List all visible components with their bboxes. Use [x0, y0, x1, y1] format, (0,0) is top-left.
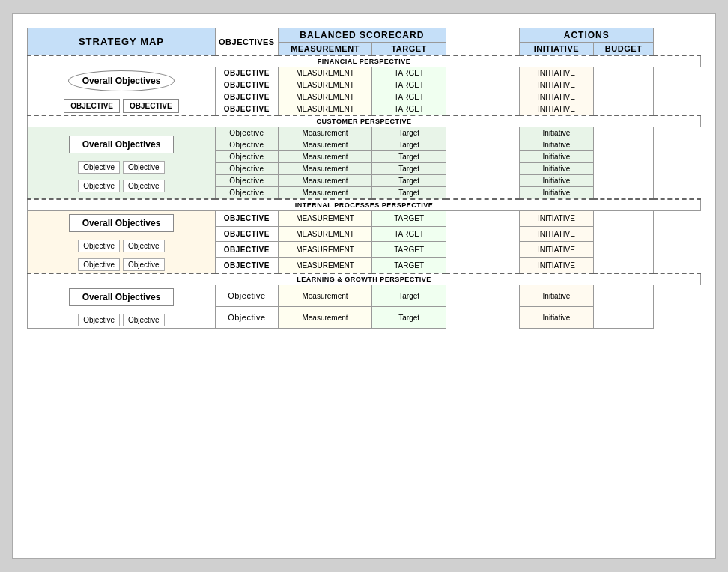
customer-meas-3: Measurement	[278, 151, 372, 163]
internal-box-row-1: Objective Objective	[78, 240, 164, 252]
financial-init-2: INITIATIVE	[520, 79, 594, 91]
customer-box-row-2: Objective Objective	[78, 180, 164, 192]
learning-obj-box-2: Objective	[123, 314, 165, 326]
page-container: STRATEGY MAP OBJECTIVES BALANCED SCORECA…	[12, 13, 716, 559]
internal-meas-4: MEASUREMENT	[278, 258, 372, 273]
internal-obj-2: OBJECTIVE	[216, 226, 279, 242]
customer-init-6: Initiative	[520, 187, 594, 200]
customer-obj-box-1: Objective	[78, 161, 120, 174]
customer-init-5: Initiative	[520, 175, 594, 187]
customer-row-1: Overall Objectives Objective Objective O…	[28, 127, 701, 139]
spacer-c1	[446, 127, 519, 139]
initiative-header: INITIATIVE	[520, 43, 594, 56]
financial-meas-3: MEASUREMENT	[278, 91, 372, 103]
customer-obj-1: Objective	[216, 127, 279, 139]
internal-init-4: INITIATIVE	[520, 258, 594, 273]
spacer-c2	[654, 127, 701, 139]
internal-row-1: Overall Objectives Objective Objective O…	[28, 211, 701, 227]
customer-obj-6: Objective	[216, 187, 279, 200]
customer-obj-box-4: Objective	[123, 180, 165, 192]
internal-label: INTERNAL PROCESSES PERSPECTIVE	[28, 199, 701, 211]
spacer-c8	[654, 163, 701, 175]
spacer-i5	[446, 242, 519, 258]
spacer-c6	[654, 151, 701, 163]
spacer-2	[654, 28, 701, 43]
spacer-i3	[446, 226, 519, 242]
internal-obj-box-2: Objective	[123, 240, 165, 252]
spacer-l2	[654, 285, 701, 307]
spacer-i4	[654, 226, 701, 242]
customer-init-2: Initiative	[520, 139, 594, 151]
financial-obj-box-1: OBJECTIVE	[64, 99, 120, 113]
customer-obj-3: Objective	[216, 151, 279, 163]
internal-target-1: TARGET	[372, 211, 446, 227]
customer-budget	[593, 127, 654, 200]
internal-target-3: TARGET	[372, 242, 446, 258]
internal-strategy-cell: Overall Objectives Objective Objective O…	[28, 211, 216, 274]
financial-meas-2: MEASUREMENT	[278, 79, 372, 91]
financial-target-4: TARGET	[372, 103, 446, 116]
financial-target-3: TARGET	[372, 91, 446, 103]
customer-init-3: Initiative	[520, 151, 594, 163]
financial-init-3: INITIATIVE	[520, 91, 594, 103]
customer-meas-5: Measurement	[278, 175, 372, 187]
learning-target-1: Target	[372, 285, 446, 307]
customer-obj-5: Objective	[216, 175, 279, 187]
internal-meas-2: MEASUREMENT	[278, 226, 372, 242]
customer-target-5: Target	[372, 175, 446, 187]
learning-init-1: Initiative	[520, 285, 594, 307]
financial-box-row: OBJECTIVE OBJECTIVE	[64, 99, 178, 113]
spacer-f2	[654, 67, 701, 79]
learning-section-label-row: LEARNING & GROWTH PERSPECTIVE	[28, 273, 701, 285]
spacer-c11	[446, 187, 519, 200]
bsc-header: BALANCED SCORECARD	[278, 28, 446, 43]
budget-header: BUDGET	[593, 43, 654, 56]
financial-oval: Overall Objectives	[68, 70, 175, 91]
spacer-i7	[446, 258, 519, 273]
spacer-c4	[654, 139, 701, 151]
customer-obj-2: Objective	[216, 139, 279, 151]
spacer-c5	[446, 151, 519, 163]
internal-target-2: TARGET	[372, 226, 446, 242]
spacer-c7	[446, 163, 519, 175]
internal-obj-box-4: Objective	[123, 258, 165, 271]
internal-obj-3: OBJECTIVE	[216, 242, 279, 258]
internal-init-1: INITIATIVE	[520, 211, 594, 227]
financial-obj-4: OBJECTIVE	[216, 103, 279, 116]
customer-box-row-1: Objective Objective	[78, 161, 164, 174]
spacer-3	[446, 43, 519, 56]
financial-section-label-row: FINANCIAL PERSPECTIVE	[28, 55, 701, 67]
spacer-f7	[446, 103, 519, 116]
learning-row-1: Overall Objectives Objective Objective O…	[28, 285, 701, 307]
financial-meas-4: MEASUREMENT	[278, 103, 372, 116]
spacer-c10	[654, 175, 701, 187]
customer-strategy-cell: Overall Objectives Objective Objective O…	[28, 127, 216, 200]
internal-obj-box-3: Objective	[78, 258, 120, 271]
actions-header: ACTIONS	[520, 28, 654, 43]
objectives-header: OBJECTIVES	[216, 28, 279, 56]
learning-box-row: Objective Objective	[78, 314, 164, 326]
spacer-4	[654, 43, 701, 56]
spacer-c12	[654, 187, 701, 200]
customer-target-2: Target	[372, 139, 446, 151]
internal-obj-4: OBJECTIVE	[216, 258, 279, 273]
financial-obj-box-2: OBJECTIVE	[123, 99, 179, 113]
internal-meas-3: MEASUREMENT	[278, 242, 372, 258]
customer-init-4: Initiative	[520, 163, 594, 175]
spacer-f5	[446, 91, 519, 103]
internal-overall-box: Overall Objectives	[69, 214, 174, 232]
learning-obj-2: Objective	[216, 307, 279, 329]
financial-budget-3	[593, 91, 654, 103]
learning-meas-1: Measurement	[278, 285, 372, 307]
spacer-f3	[446, 79, 519, 91]
financial-init-1: INITIATIVE	[520, 67, 594, 79]
financial-row-1: Overall Objectives OBJECTIVE OBJECTIVE O…	[28, 67, 701, 79]
learning-strategy-cell: Overall Objectives Objective Objective	[28, 285, 216, 329]
internal-meas-1: MEASUREMENT	[278, 211, 372, 227]
customer-meas-1: Measurement	[278, 127, 372, 139]
customer-obj-4: Objective	[216, 163, 279, 175]
internal-budget	[593, 211, 654, 274]
spacer-l4	[654, 307, 701, 329]
customer-target-6: Target	[372, 187, 446, 200]
spacer-c9	[446, 175, 519, 187]
